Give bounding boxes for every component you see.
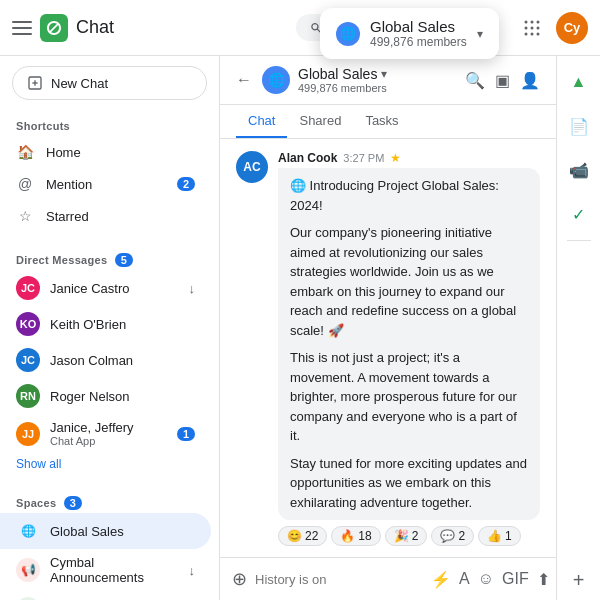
main-content: New Chat Shortcuts 🏠 Home @ Mention 2 ☆ … (0, 56, 600, 600)
reaction-thumbs[interactable]: 👍 1 (478, 526, 521, 546)
chat-input[interactable] (255, 572, 423, 587)
dm-label: Direct Messages 5 (0, 244, 219, 270)
upload-icon[interactable]: ⬆ (537, 570, 550, 589)
message-group-alan: AC Alan Cook 3:27 PM ★ 🌐 Introducing Pro… (236, 151, 540, 546)
chat-tabs: Chat Shared Tasks (220, 105, 556, 139)
svg-point-6 (525, 32, 528, 35)
tab-shared[interactable]: Shared (287, 105, 353, 138)
msg-content-alan: Alan Cook 3:27 PM ★ 🌐 Introducing Projec… (278, 151, 540, 546)
app-title: Chat (76, 17, 114, 38)
mention-icon: @ (16, 175, 34, 193)
text-format-icon[interactable]: A (459, 570, 470, 588)
global-sales-icon: 🌐 (16, 519, 40, 543)
svg-point-0 (525, 20, 528, 23)
star-icon-alan: ★ (390, 151, 401, 165)
svg-point-8 (537, 32, 540, 35)
reaction-smile[interactable]: 😊 22 (278, 526, 327, 546)
dm-item-janice-jeffery[interactable]: JJ Janice, Jeffery Chat App 1 (0, 414, 211, 453)
popup-members: 499,876 members (370, 35, 467, 49)
cymbal-icon: 📢 (16, 558, 40, 582)
rs-check-icon[interactable]: ✓ (561, 196, 597, 232)
space-item-operations[interactable]: 🏢 Operations PST (0, 591, 211, 600)
chat-header-actions: 🔍 ▣ 👤 (465, 71, 540, 90)
reactions-alan: 😊 22 🔥 18 🎉 2 💬 2 👍 1 (278, 526, 540, 546)
star-icon: ☆ (16, 207, 34, 225)
rs-drive-icon[interactable]: ▲ (561, 64, 597, 100)
rs-add-icon[interactable]: + (573, 569, 585, 592)
svg-point-2 (537, 20, 540, 23)
chat-messages: AC Alan Cook 3:27 PM ★ 🌐 Introducing Pro… (220, 139, 556, 557)
chat-header-info: Global Sales ▾ 499,876 members (298, 66, 387, 94)
dm-item-keith[interactable]: KO Keith O'Brien (0, 306, 211, 342)
chat-panel: ← 🌐 Global Sales ▾ 499,876 members 🔍 ▣ 👤 (220, 56, 556, 600)
sidebar: New Chat Shortcuts 🏠 Home @ Mention 2 ☆ … (0, 56, 220, 600)
mention-badge: 2 (177, 177, 195, 191)
reaction-chat[interactable]: 💬 2 (431, 526, 474, 546)
avatar-roger: RN (16, 384, 40, 408)
svg-point-5 (537, 26, 540, 29)
dm-show-all[interactable]: Show all (0, 453, 219, 475)
dm-item-jason[interactable]: JC Jason Colman (0, 342, 211, 378)
msg-sender-alan: Alan Cook (278, 151, 337, 165)
top-bar: Chat 🌐 Global Sales 499,876 members ▾ (0, 0, 600, 56)
chat-name: Global Sales ▾ (298, 66, 387, 82)
hamburger-icon[interactable] (12, 21, 32, 35)
chat-name-chevron: ▾ (381, 67, 387, 81)
avatar-janice-castro: JC (16, 276, 40, 300)
person-add-icon[interactable]: 👤 (520, 71, 540, 90)
popup-name: Global Sales (370, 18, 467, 35)
svg-point-4 (531, 26, 534, 29)
lightning-icon[interactable]: ⚡ (431, 570, 451, 589)
chat-members: 499,876 members (298, 82, 387, 94)
sidebar-item-home[interactable]: 🏠 Home (0, 136, 211, 168)
spaces-badge: 3 (64, 496, 82, 510)
rs-docs-icon[interactable]: 📄 (561, 108, 597, 144)
svg-point-7 (531, 32, 534, 35)
chat-header-globe-icon: 🌐 (262, 66, 290, 94)
dm-section-badge: 5 (115, 253, 133, 267)
dm-item-roger[interactable]: RN Roger Nelson (0, 378, 211, 414)
top-right-icons: Cy (516, 12, 588, 44)
global-sales-popup[interactable]: 🌐 Global Sales 499,876 members ▾ (320, 8, 499, 59)
avatar-keith: KO (16, 312, 40, 336)
emoji-icon[interactable]: ☺ (478, 570, 494, 588)
chevron-down-icon: ▾ (477, 27, 483, 41)
rs-divider (567, 240, 591, 241)
rs-meet-icon[interactable]: 📹 (561, 152, 597, 188)
space-item-global-sales[interactable]: 🌐 Global Sales (0, 513, 211, 549)
chat-header: ← 🌐 Global Sales ▾ 499,876 members 🔍 ▣ 👤 (220, 56, 556, 105)
right-sidebar: ▲ 📄 📹 ✓ + (556, 56, 600, 600)
avatar-jason: JC (16, 348, 40, 372)
reaction-fire[interactable]: 🔥 18 (331, 526, 380, 546)
popup-globe-icon: 🌐 (336, 22, 360, 46)
msg-time-alan: 3:27 PM (343, 152, 384, 164)
space-item-cymbal[interactable]: 📢 Cymbal Announcements ↓ (0, 549, 211, 591)
spaces-label: Spaces 3 (0, 487, 219, 513)
janice-jeffery-badge: 1 (177, 427, 195, 441)
reaction-party[interactable]: 🎉 2 (385, 526, 428, 546)
add-icon[interactable]: ⊕ (232, 568, 247, 590)
search-chat-icon[interactable]: 🔍 (465, 71, 485, 90)
home-icon: 🏠 (16, 143, 34, 161)
back-arrow-icon[interactable]: ← (236, 71, 252, 89)
cymbal-download-icon: ↓ (189, 563, 196, 578)
svg-point-3 (525, 26, 528, 29)
video-icon[interactable]: ▣ (495, 71, 510, 90)
tab-chat[interactable]: Chat (236, 105, 287, 138)
gif-icon[interactable]: GIF (502, 570, 529, 588)
dm-item-janice-castro[interactable]: JC Janice Castro ↓ (0, 270, 211, 306)
sidebar-item-starred[interactable]: ☆ Starred (0, 200, 211, 232)
msg-bubble-alan: 🌐 Introducing Project Global Sales: 2024… (278, 168, 540, 520)
avatar-janice-jeffery: JJ (16, 422, 40, 446)
chat-input-bar: ⊕ ⚡ A ☺ GIF ⬆ ⊕ ▶ (220, 557, 556, 600)
tab-tasks[interactable]: Tasks (353, 105, 410, 138)
sidebar-item-mention[interactable]: @ Mention 2 (0, 168, 211, 200)
popup-text: Global Sales 499,876 members (370, 18, 467, 49)
new-chat-label: New Chat (51, 76, 108, 91)
grid-icon[interactable] (516, 12, 548, 44)
user-avatar[interactable]: Cy (556, 12, 588, 44)
input-right-icons: ⚡ A ☺ GIF ⬆ ⊕ ▶ (431, 568, 556, 590)
new-chat-button[interactable]: New Chat (12, 66, 207, 100)
svg-point-1 (531, 20, 534, 23)
download-icon: ↓ (189, 281, 196, 296)
